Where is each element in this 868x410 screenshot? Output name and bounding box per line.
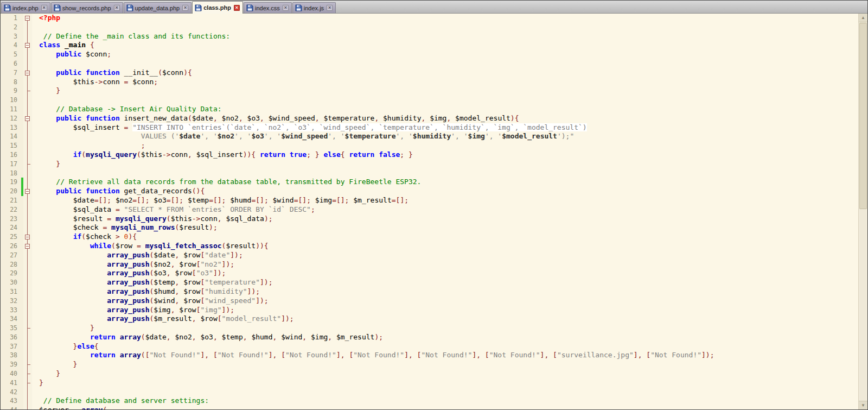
code-line[interactable]: 29 array_push($o3, $row["o3"]); — [1, 269, 858, 278]
code-line[interactable]: 34 array_push($m_result, $row["model_res… — [1, 314, 858, 324]
line-number: 26 — [1, 242, 21, 251]
code-line[interactable]: 40 } — [1, 369, 858, 379]
code-line[interactable]: 2 — [1, 23, 858, 32]
code-line[interactable]: 20 public function get_data_records(){ — [1, 187, 858, 196]
fold-collapse-icon[interactable] — [23, 114, 32, 123]
tab-index.css[interactable]: index.css× — [244, 2, 292, 13]
fold-margin — [23, 379, 32, 388]
code-line[interactable]: 4class _main { — [1, 41, 858, 50]
code-text: } — [32, 369, 60, 379]
code-line[interactable]: 6 — [1, 59, 858, 68]
tab-update_data.php[interactable]: update_data.php× — [124, 2, 192, 13]
code-line[interactable]: 18 — [1, 169, 858, 178]
fold-collapse-icon[interactable] — [23, 14, 32, 23]
code-line[interactable]: 33 array_push($img, $row["img"]); — [1, 306, 858, 315]
scrollbar-thumb[interactable] — [859, 23, 867, 209]
line-number: 29 — [1, 269, 21, 278]
code-line[interactable]: 39 } — [1, 360, 858, 369]
line-number: 24 — [1, 223, 21, 232]
code-line[interactable]: 37 }else{ — [1, 342, 858, 351]
code-text: }else{ — [32, 342, 99, 351]
code-line[interactable]: 41} — [1, 379, 858, 388]
code-line[interactable]: 3 // Define the _main class and its func… — [1, 32, 858, 41]
code-line[interactable]: 10 — [1, 96, 858, 105]
code-line[interactable]: 26 while($row = mysqli_fetch_assoc($resu… — [1, 242, 858, 251]
close-icon[interactable]: × — [114, 5, 120, 11]
code-text: array_push($img, $row["img"]); — [32, 306, 234, 315]
code-line[interactable]: 28 array_push($no2, $row["no2"]); — [1, 260, 858, 269]
scroll-down-arrow-icon[interactable]: ▼ — [859, 401, 867, 409]
code-line[interactable]: 32 array_push($wind, $row["wind_speed"])… — [1, 297, 858, 306]
line-number: 30 — [1, 278, 21, 287]
code-line[interactable]: 5 public $conn; — [1, 50, 858, 59]
fold-margin — [23, 287, 32, 297]
code-line[interactable]: 44$server = array( — [1, 406, 858, 409]
fold-margin — [23, 132, 32, 141]
code-line[interactable]: 19 // Retrieve all data records from the… — [1, 178, 858, 187]
close-icon[interactable]: × — [41, 5, 47, 11]
fold-collapse-icon[interactable] — [23, 68, 32, 78]
fold-margin — [23, 96, 32, 105]
code-pane[interactable]: 1<?php23 // Define the _main class and i… — [1, 14, 858, 409]
code-line[interactable]: 38 return array(["Not Found!"], ["Not Fo… — [1, 351, 858, 360]
scroll-up-arrow-icon[interactable]: ▲ — [859, 14, 867, 22]
fold-margin — [23, 50, 32, 59]
fold-margin — [23, 32, 32, 41]
code-text: // Database -> Insert Air Quality Data: — [32, 105, 222, 114]
code-line[interactable]: 30 array_push($temp, $row["temperature"]… — [1, 278, 858, 287]
code-text: public function insert_new_data($date, $… — [32, 114, 519, 123]
code-line[interactable]: 16 if(mysqli_query($this->conn, $sql_ins… — [1, 150, 858, 160]
floppy-disk-icon — [246, 4, 253, 11]
code-text: return array(["Not Found!"], ["Not Found… — [32, 351, 714, 360]
line-number: 25 — [1, 232, 21, 242]
fold-margin — [23, 59, 32, 68]
close-icon[interactable]: × — [182, 5, 188, 11]
line-number: 6 — [1, 59, 21, 68]
code-line[interactable]: 1<?php — [1, 14, 858, 23]
code-line[interactable]: 11 // Database -> Insert Air Quality Dat… — [1, 105, 858, 114]
code-line[interactable]: 17 } — [1, 160, 858, 169]
code-line[interactable]: 23 $result = mysqli_query($this->conn, $… — [1, 215, 858, 224]
code-line[interactable]: 24 $check = mysqli_num_rows($result); — [1, 223, 858, 232]
code-line[interactable]: 25 if($check > 0){ — [1, 232, 858, 242]
code-line[interactable]: 35 } — [1, 324, 858, 333]
tab-show_records.php[interactable]: show_records.php× — [51, 2, 123, 13]
fold-margin — [23, 369, 32, 379]
line-number: 5 — [1, 50, 21, 59]
close-icon[interactable]: × — [234, 5, 240, 11]
code-line[interactable]: 36 return array($date, $no2, $o3, $temp,… — [1, 333, 858, 342]
code-line[interactable]: 9 } — [1, 86, 858, 96]
fold-margin — [23, 388, 32, 397]
code-line[interactable]: 42 — [1, 388, 858, 397]
tab-index.js[interactable]: index.js× — [292, 2, 336, 13]
code-text: } — [32, 324, 94, 333]
line-number: 3 — [1, 32, 21, 41]
tab-label: class.php — [203, 4, 231, 11]
code-line[interactable]: 7 public function __init__($conn){ — [1, 68, 858, 78]
code-text: $date=[]; $no2=[]; $o3=[]; $temp=[]; $hu… — [32, 196, 409, 205]
code-line[interactable]: 27 array_push($date, $row["date"]); — [1, 251, 858, 260]
code-line[interactable]: 22 $sql_data = "SELECT * FROM `entries` … — [1, 205, 858, 215]
vertical-scrollbar[interactable]: ▲ ▼ — [858, 14, 867, 409]
tab-class.php[interactable]: class.php× — [192, 1, 243, 14]
code-line[interactable]: 12 public function insert_new_data($date… — [1, 114, 858, 123]
fold-collapse-icon[interactable] — [23, 232, 32, 242]
code-line[interactable]: 43 // Define database and server setting… — [1, 396, 858, 406]
code-line[interactable]: 15 ; — [1, 141, 858, 150]
fold-margin — [23, 297, 32, 306]
code-line[interactable]: 21 $date=[]; $no2=[]; $o3=[]; $temp=[]; … — [1, 196, 858, 205]
fold-collapse-icon[interactable] — [23, 41, 32, 50]
close-icon[interactable]: × — [327, 5, 333, 11]
line-number: 35 — [1, 324, 21, 333]
code-text: } — [32, 86, 60, 96]
code-line[interactable]: 31 array_push($humd, $row["humidity"]); — [1, 287, 858, 297]
fold-margin — [23, 223, 32, 232]
code-line[interactable]: 8 $this->conn = $conn; — [1, 78, 858, 87]
code-line[interactable]: 14 VALUES ('$date', '$no2', '$o3', '$win… — [1, 132, 858, 141]
tab-index.php[interactable]: index.php× — [1, 2, 50, 13]
code-line[interactable]: 13 $sql_insert = "INSERT INTO `entries`(… — [1, 123, 858, 133]
fold-collapse-icon[interactable] — [23, 242, 32, 251]
fold-margin — [23, 150, 32, 160]
fold-collapse-icon[interactable] — [23, 187, 32, 196]
close-icon[interactable]: × — [283, 5, 289, 11]
